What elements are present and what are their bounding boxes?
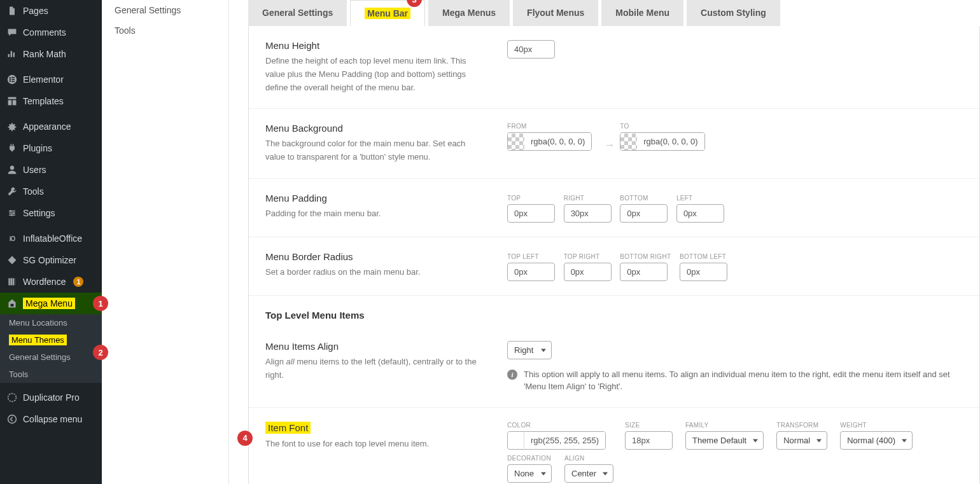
sidebar-item-inflatableoffice[interactable]: iOInflatableOffice: [0, 228, 102, 249]
tab-menu-bar[interactable]: Menu Bar3: [350, 0, 425, 26]
menu-height-input[interactable]: [507, 40, 555, 59]
users-icon: [6, 164, 18, 176]
radius-br-input[interactable]: [620, 263, 668, 281]
appearance-icon: [6, 121, 18, 132]
sidebar-item-duplicator-pro[interactable]: Duplicator Pro: [0, 387, 102, 408]
padding-bottom-input[interactable]: [620, 204, 668, 223]
setting-title: Menu Padding: [265, 193, 482, 204]
setting-desc: Padding for the main menu bar.: [265, 207, 482, 221]
padding-top-input[interactable]: [507, 204, 555, 223]
sidebar-item-templates[interactable]: Templates: [0, 90, 102, 112]
font-decoration-select[interactable]: None: [507, 464, 552, 483]
sidebar-item-collapse-menu[interactable]: Collapse menu: [0, 408, 102, 430]
submenu-item-menu-locations[interactable]: Menu Locations: [0, 314, 102, 331]
settings-panel: Menu Height Define the height of each to…: [248, 26, 980, 484]
font-size-input[interactable]: [625, 431, 673, 450]
annotation-badge: 1: [93, 296, 108, 311]
pages-icon: [6, 5, 18, 17]
settings-icon: [6, 207, 18, 219]
menu-items-align-select[interactable]: Right: [507, 341, 552, 359]
submenu-item-general-settings[interactable]: General Settings: [0, 349, 102, 366]
svg-rect-6: [8, 100, 12, 105]
setting-title: Menu Height: [265, 40, 482, 51]
sidebar-item-tools[interactable]: Tools: [0, 181, 102, 202]
settings-tabs: General SettingsMenu Bar3Mega MenusFlyou…: [248, 0, 980, 26]
setting-menu-padding: Menu Padding Padding for the main menu b…: [249, 179, 979, 237]
setting-menu-items-align: Menu Items Align Align all menu items to…: [249, 327, 979, 408]
setting-desc: The background color for the main menu b…: [265, 137, 482, 164]
submenu-item-menu-themes[interactable]: Menu Themes2: [0, 331, 102, 349]
setting-title: Menu Border Radius: [265, 251, 482, 262]
annotation-badge: 3: [407, 0, 422, 7]
sidebar-item-elementor[interactable]: Elementor: [0, 69, 102, 90]
font-weight-select[interactable]: Normal (400): [840, 431, 913, 450]
templates-icon: [6, 95, 18, 107]
svg-rect-2: [11, 77, 15, 78]
sidebar-item-comments[interactable]: Comments: [0, 22, 102, 43]
setting-item-font: Item Font The font to use for each top l…: [249, 408, 979, 484]
to-color-picker[interactable]: rgba(0, 0, 0, 0): [620, 132, 704, 151]
arrow-right-icon: →: [605, 139, 615, 151]
radius-tr-input[interactable]: [564, 263, 612, 281]
info-text: This option will apply to all menu items…: [524, 368, 963, 393]
font-align-select[interactable]: Center: [564, 464, 613, 483]
font-color-picker[interactable]: rgb(255, 255, 255): [507, 431, 606, 450]
setting-desc: Define the height of each top level menu…: [265, 55, 482, 94]
to-label: TO: [620, 123, 711, 130]
sidebar-item-settings[interactable]: Settings: [0, 202, 102, 224]
collapse-icon: [6, 413, 18, 425]
wp-admin-sidebar: PagesCommentsRank MathElementorTemplates…: [0, 0, 102, 484]
from-color-picker[interactable]: rgba(0, 0, 0, 0): [507, 132, 592, 151]
main-content: General SettingsMenu Bar3Mega MenusFlyou…: [229, 0, 980, 484]
sidebar-item-sg-optimizer[interactable]: SG Optimizer: [0, 249, 102, 271]
inflatable-icon: iO: [6, 233, 18, 244]
svg-rect-3: [11, 79, 15, 80]
svg-rect-4: [11, 81, 15, 82]
sidebar-item-users[interactable]: Users: [0, 159, 102, 181]
secondary-nav-item-tools[interactable]: Tools: [102, 20, 228, 41]
sidebar-item-pages[interactable]: Pages: [0, 0, 102, 22]
tab-mobile-menu[interactable]: Mobile Menu: [601, 0, 683, 26]
svg-rect-1: [10, 77, 11, 82]
font-family-select[interactable]: Theme Default: [685, 431, 764, 450]
tab-mega-menus[interactable]: Mega Menus: [428, 0, 510, 26]
svg-point-8: [10, 166, 14, 170]
setting-menu-background: Menu Background The background color for…: [249, 109, 979, 179]
tools-icon: [6, 186, 18, 197]
submenu-item-tools[interactable]: Tools: [0, 366, 102, 383]
notification-badge: 1: [73, 277, 83, 287]
svg-point-9: [10, 210, 11, 212]
svg-rect-12: [11, 304, 14, 307]
svg-point-11: [11, 214, 13, 216]
tab-general-settings[interactable]: General Settings: [248, 0, 347, 26]
sidebar-item-wordfence[interactable]: Wordfence1: [0, 271, 102, 293]
svg-rect-5: [8, 97, 17, 99]
padding-right-input[interactable]: [564, 204, 612, 223]
sidebar-item-appearance[interactable]: Appearance: [0, 116, 102, 137]
checker-swatch-icon: [620, 134, 637, 150]
comments-icon: [6, 27, 18, 38]
sg-icon: [6, 254, 18, 266]
svg-point-10: [13, 212, 15, 214]
tab-custom-styling[interactable]: Custom Styling: [687, 0, 780, 26]
rankmath-icon: [6, 48, 18, 60]
duplicator-icon: [6, 392, 18, 403]
svg-point-13: [8, 394, 17, 402]
sidebar-item-rank-math[interactable]: Rank Math: [0, 43, 102, 65]
setting-title: Menu Items Align: [265, 341, 482, 352]
secondary-nav-item-general-settings[interactable]: General Settings: [102, 0, 228, 20]
radius-bl-input[interactable]: [680, 263, 727, 281]
radius-tl-input[interactable]: [507, 263, 555, 281]
setting-menu-height: Menu Height Define the height of each to…: [249, 26, 979, 109]
sidebar-item-plugins[interactable]: Plugins: [0, 137, 102, 159]
svg-rect-7: [13, 100, 17, 105]
from-label: FROM: [507, 123, 598, 130]
setting-desc: The font to use for each top level menu …: [265, 438, 482, 451]
sidebar-item-mega-menu[interactable]: Mega Menu1: [0, 293, 102, 314]
tab-flyout-menus[interactable]: Flyout Menus: [513, 0, 598, 26]
font-transform-select[interactable]: Normal: [776, 431, 827, 450]
annotation-badge: 4: [237, 431, 253, 446]
svg-point-14: [8, 415, 17, 424]
padding-left-input[interactable]: [676, 204, 724, 223]
info-icon: i: [507, 370, 517, 380]
